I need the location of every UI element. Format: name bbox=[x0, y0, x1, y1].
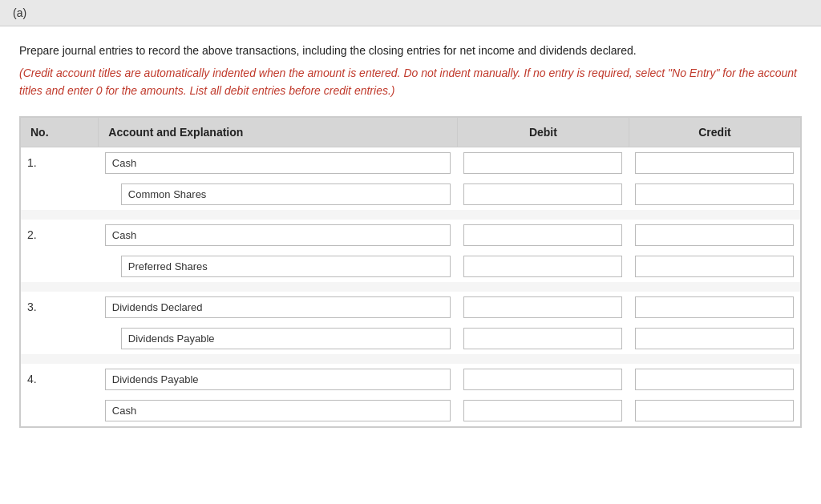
table-row bbox=[21, 251, 801, 282]
credit-cell-1-0 bbox=[629, 220, 800, 251]
debit-input-0-1[interactable] bbox=[463, 183, 622, 205]
entry-no-1 bbox=[21, 251, 99, 282]
entry-no-3: 4. bbox=[21, 364, 99, 395]
instructions-black: Prepare journal entries to record the ab… bbox=[19, 42, 802, 59]
account-cell-2-0 bbox=[99, 292, 458, 323]
debit-input-2-1[interactable] bbox=[463, 328, 622, 349]
entry-no-2: 3. bbox=[21, 292, 99, 323]
table-row bbox=[21, 395, 801, 427]
debit-cell-3-1 bbox=[457, 395, 629, 427]
col-header-account: Account and Explanation bbox=[99, 117, 458, 147]
credit-input-1-1[interactable] bbox=[635, 256, 794, 277]
account-cell-1-1 bbox=[99, 251, 458, 282]
account-input-3-1[interactable] bbox=[105, 400, 451, 421]
credit-cell-2-1 bbox=[629, 323, 800, 354]
credit-cell-0-0 bbox=[629, 147, 800, 179]
debit-cell-1-1 bbox=[457, 251, 629, 282]
section-header: (a) bbox=[0, 0, 821, 26]
debit-cell-2-0 bbox=[457, 292, 629, 323]
account-input-0-1[interactable] bbox=[121, 183, 451, 205]
credit-input-3-0[interactable] bbox=[635, 369, 794, 390]
debit-input-0-0[interactable] bbox=[463, 152, 622, 174]
col-header-credit: Credit bbox=[629, 117, 800, 147]
debit-cell-2-1 bbox=[457, 323, 629, 354]
table-row bbox=[21, 323, 801, 354]
debit-cell-0-1 bbox=[457, 179, 629, 210]
table-row: 2. bbox=[21, 220, 801, 251]
account-cell-2-1 bbox=[99, 323, 458, 354]
credit-cell-2-0 bbox=[629, 292, 800, 323]
journal-table: No. Account and Explanation Debit Credit… bbox=[20, 117, 801, 427]
credit-input-2-0[interactable] bbox=[635, 296, 794, 318]
debit-cell-1-0 bbox=[457, 220, 629, 251]
account-input-2-1[interactable] bbox=[121, 328, 451, 349]
account-input-0-0[interactable] bbox=[105, 152, 451, 174]
credit-cell-3-0 bbox=[629, 364, 800, 395]
col-header-no: No. bbox=[21, 117, 99, 147]
account-cell-3-1 bbox=[99, 395, 458, 427]
debit-input-1-0[interactable] bbox=[463, 224, 622, 246]
table-row: 3. bbox=[21, 292, 801, 323]
content-area: Prepare journal entries to record the ab… bbox=[0, 26, 821, 444]
debit-input-3-0[interactable] bbox=[463, 369, 622, 390]
credit-cell-3-1 bbox=[629, 395, 800, 427]
entry-no-3 bbox=[21, 395, 99, 427]
credit-input-0-1[interactable] bbox=[635, 183, 794, 205]
journal-table-wrapper: No. Account and Explanation Debit Credit… bbox=[19, 116, 802, 428]
row-separator bbox=[21, 354, 801, 364]
account-input-2-0[interactable] bbox=[105, 296, 451, 318]
credit-input-2-1[interactable] bbox=[635, 328, 794, 349]
credit-input-1-0[interactable] bbox=[635, 224, 794, 246]
account-cell-0-0 bbox=[99, 147, 458, 179]
account-input-1-0[interactable] bbox=[105, 224, 451, 246]
instructions-red: (Credit account titles are automatically… bbox=[19, 64, 802, 100]
debit-cell-0-0 bbox=[457, 147, 629, 179]
account-input-1-1[interactable] bbox=[121, 256, 451, 277]
account-cell-3-0 bbox=[99, 364, 458, 395]
credit-cell-1-1 bbox=[629, 251, 800, 282]
account-cell-1-0 bbox=[99, 220, 458, 251]
entry-no-0 bbox=[21, 179, 99, 210]
credit-cell-0-1 bbox=[629, 179, 800, 210]
account-cell-0-1 bbox=[99, 179, 458, 210]
table-row: 1. bbox=[21, 147, 801, 179]
debit-input-1-1[interactable] bbox=[463, 256, 622, 277]
entry-no-2 bbox=[21, 323, 99, 354]
section-label: (a) bbox=[13, 6, 26, 19]
entry-no-0: 1. bbox=[21, 147, 99, 179]
credit-input-3-1[interactable] bbox=[635, 400, 794, 421]
col-header-debit: Debit bbox=[457, 117, 629, 147]
entry-no-1: 2. bbox=[21, 220, 99, 251]
table-row: 4. bbox=[21, 364, 801, 395]
debit-input-3-1[interactable] bbox=[463, 400, 622, 421]
debit-input-2-0[interactable] bbox=[463, 296, 622, 318]
account-input-3-0[interactable] bbox=[105, 369, 451, 390]
row-separator bbox=[21, 210, 801, 220]
row-separator bbox=[21, 282, 801, 292]
debit-cell-3-0 bbox=[457, 364, 629, 395]
table-row bbox=[21, 179, 801, 210]
credit-input-0-0[interactable] bbox=[635, 152, 794, 174]
